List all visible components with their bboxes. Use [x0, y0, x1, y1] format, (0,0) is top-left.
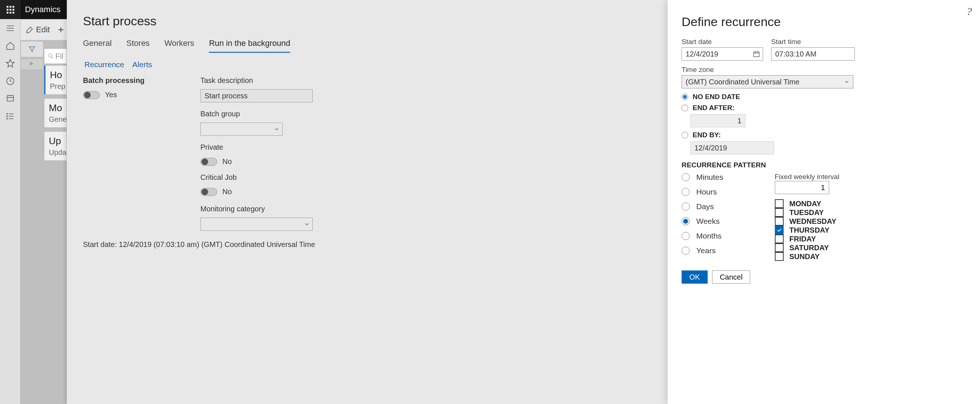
end-after-radio[interactable]: [682, 105, 688, 111]
pattern-weeks[interactable]: Weeks: [682, 217, 724, 226]
record-cards: Ho Prep Mo Gene Up Upda: [44, 65, 67, 161]
topbar: Dynamics: [0, 0, 67, 19]
filter-input-box[interactable]: Fil: [44, 48, 67, 64]
card-title: Mo: [49, 102, 62, 114]
app-launcher[interactable]: [0, 0, 21, 19]
checkbox[interactable]: [775, 252, 784, 261]
batch-processing-state: Yes: [105, 91, 117, 99]
pattern-hours[interactable]: Hours: [682, 188, 724, 196]
record-card[interactable]: Mo Gene: [44, 99, 67, 128]
private-toggle[interactable]: [200, 158, 217, 166]
filter-placeholder: Fil: [56, 52, 63, 60]
card-sub: Gene: [49, 115, 62, 124]
tab-run-background[interactable]: Run in the background: [209, 38, 290, 53]
day-label: MONDAY: [789, 200, 821, 208]
tabs: General Stores Workers Run in the backgr…: [83, 38, 652, 53]
checkbox[interactable]: [775, 208, 784, 217]
task-desc-label: Task description: [200, 76, 313, 85]
task-desc-input[interactable]: [200, 89, 313, 102]
no-end-date-option[interactable]: NO END DATE: [682, 93, 965, 101]
recurrence-pattern-title: RECURRENCE PATTERN: [682, 161, 965, 169]
collapse-icon: [29, 61, 35, 67]
svg-point-2: [6, 113, 7, 114]
pattern-options: Minutes Hours Days Weeks Months Years: [682, 173, 724, 261]
svg-point-3: [6, 116, 7, 117]
pattern-years[interactable]: Years: [682, 246, 724, 255]
batch-group-select[interactable]: [200, 122, 283, 136]
end-after-input[interactable]: [690, 114, 745, 127]
fixed-interval-input[interactable]: [775, 181, 829, 194]
calendar-icon[interactable]: [753, 50, 760, 57]
card-sub: Upda: [49, 148, 62, 157]
private-label: Private: [200, 143, 313, 151]
private-state: No: [223, 157, 232, 166]
start-date-input[interactable]: [682, 47, 763, 60]
end-by-option[interactable]: END BY:: [682, 131, 965, 139]
pattern-minutes[interactable]: Minutes: [682, 173, 724, 181]
day-monday[interactable]: MONDAY: [775, 199, 839, 208]
no-end-date-radio[interactable]: [682, 94, 688, 100]
moncat-select[interactable]: [200, 218, 313, 231]
critical-label: Critical Job: [200, 173, 313, 181]
critical-toggle[interactable]: [200, 188, 217, 196]
tab-stores[interactable]: Stores: [126, 38, 150, 53]
day-saturday[interactable]: SATURDAY: [775, 243, 839, 252]
no-end-date-label: NO END DATE: [693, 93, 740, 101]
batch-group-label: Batch group: [200, 110, 313, 118]
collapse-toggle[interactable]: [21, 59, 43, 70]
pattern-days[interactable]: Days: [682, 202, 724, 211]
left-rail: [0, 19, 21, 404]
module-icon[interactable]: [5, 94, 15, 103]
edit-button[interactable]: Edit: [21, 19, 54, 40]
star-icon[interactable]: [5, 59, 15, 68]
card-title: Up: [49, 135, 62, 147]
svg-rect-1: [7, 95, 13, 101]
day-thursday[interactable]: THURSDAY: [775, 226, 839, 234]
end-by-radio[interactable]: [682, 132, 688, 138]
edit-label: Edit: [36, 25, 50, 35]
start-time-input[interactable]: [771, 47, 855, 60]
checkbox[interactable]: [775, 226, 784, 234]
tab-general[interactable]: General: [83, 38, 111, 53]
end-after-label: END AFTER:: [693, 104, 735, 112]
day-label: THURSDAY: [789, 226, 829, 234]
clock-icon[interactable]: [5, 76, 15, 86]
card-sub: Prep: [50, 82, 62, 91]
ok-button[interactable]: OK: [682, 270, 708, 284]
day-label: WEDNESDAY: [789, 217, 837, 226]
cancel-button[interactable]: Cancel: [712, 270, 750, 284]
start-time-label: Start time: [771, 38, 855, 46]
checkbox[interactable]: [775, 199, 784, 208]
batch-processing-label: Batch processing: [83, 76, 164, 85]
waffle-icon: [6, 6, 14, 14]
day-tuesday[interactable]: TUESDAY: [775, 208, 839, 217]
checkbox[interactable]: [775, 243, 784, 252]
end-by-input[interactable]: [690, 141, 774, 154]
batch-processing-toggle[interactable]: [83, 91, 100, 99]
filter-toggle[interactable]: [21, 41, 43, 57]
hamburger-icon[interactable]: [5, 24, 15, 33]
home-icon[interactable]: [5, 41, 15, 51]
day-label: SATURDAY: [789, 243, 829, 252]
record-card[interactable]: Up Upda: [44, 131, 67, 161]
new-button[interactable]: +: [54, 19, 68, 40]
svg-point-5: [48, 54, 52, 57]
tz-select[interactable]: (GMT) Coordinated Universal Time: [682, 75, 853, 88]
svg-point-4: [6, 118, 7, 119]
day-sunday[interactable]: SUNDAY: [775, 252, 839, 261]
day-friday[interactable]: FRIDAY: [775, 234, 839, 243]
checkbox[interactable]: [775, 234, 784, 243]
subtab-alerts[interactable]: Alerts: [132, 60, 152, 69]
record-card[interactable]: Ho Prep: [44, 65, 67, 95]
day-label: SUNDAY: [789, 253, 820, 261]
search-icon: [47, 53, 54, 59]
list-icon[interactable]: [5, 111, 15, 121]
help-icon[interactable]: ?: [966, 5, 972, 17]
end-after-option[interactable]: END AFTER:: [682, 104, 965, 112]
subtab-recurrence[interactable]: Recurrence: [84, 60, 124, 69]
panel-title: Start process: [83, 14, 652, 28]
pattern-months[interactable]: Months: [682, 232, 724, 240]
tab-workers[interactable]: Workers: [164, 38, 194, 53]
checkbox[interactable]: [775, 217, 784, 226]
day-wednesday[interactable]: WEDNESDAY: [775, 217, 839, 226]
